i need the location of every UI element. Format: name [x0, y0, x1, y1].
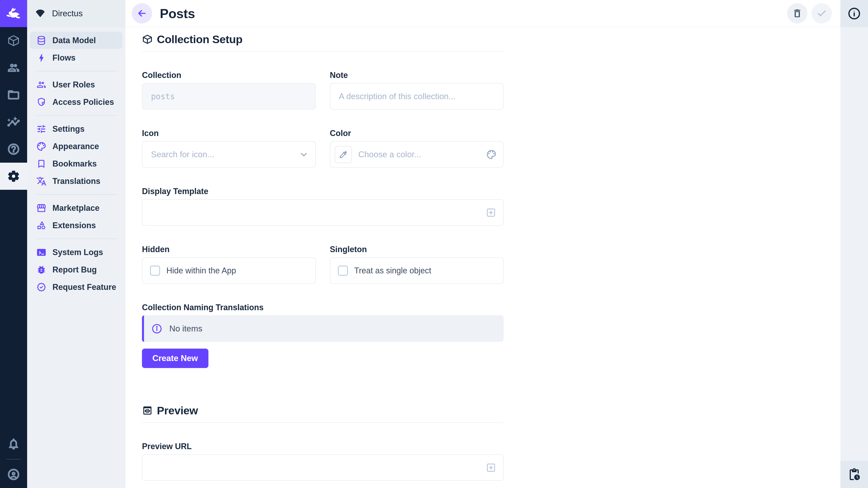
- page-title: Posts: [160, 6, 195, 21]
- database-icon: [36, 35, 46, 46]
- people-icon: [36, 79, 46, 90]
- nav-item-extensions[interactable]: Extensions: [30, 217, 122, 234]
- field-label-display-template: Display Template: [142, 187, 504, 196]
- section-divider: [142, 422, 504, 423]
- nav-list: Data Model Flows User Roles Access Polic…: [27, 27, 125, 296]
- field-label-preview-url: Preview URL: [142, 442, 504, 451]
- bell-icon: [7, 437, 20, 451]
- create-new-button[interactable]: Create New: [142, 349, 209, 368]
- add-field-icon[interactable]: [485, 462, 497, 474]
- field-label-collection: Collection: [142, 70, 316, 80]
- terminal-icon: [36, 247, 46, 258]
- project-name: Directus: [52, 9, 83, 18]
- palette-icon[interactable]: [486, 149, 497, 160]
- section-preview: Preview: [142, 404, 504, 417]
- icon-search-input[interactable]: [143, 142, 315, 167]
- bug-icon: [36, 265, 46, 275]
- trash-icon: [792, 8, 802, 19]
- revisions-icon: [847, 468, 861, 481]
- empty-state-text: No items: [169, 324, 202, 333]
- project-chooser[interactable]: Directus: [27, 0, 125, 27]
- feature-badge-icon: [36, 282, 46, 292]
- eyedropper-icon: [339, 150, 348, 159]
- nav-divider: [36, 71, 117, 71]
- section-title: Preview: [157, 404, 198, 417]
- nav-item-data-model[interactable]: Data Model: [30, 32, 122, 49]
- page-header: Posts: [125, 0, 840, 27]
- checkbox-label[interactable]: Hide within the App: [166, 266, 236, 275]
- main-area: Posts Collection Setup Collection: [125, 0, 840, 488]
- bookmark-icon: [36, 159, 46, 169]
- palette-icon: [36, 141, 46, 152]
- nav-item-marketplace[interactable]: Marketplace: [30, 199, 122, 217]
- section-title: Collection Setup: [157, 33, 243, 46]
- box-icon: [142, 34, 153, 45]
- color-field: [330, 141, 504, 168]
- nav-item-user-roles[interactable]: User Roles: [30, 76, 122, 93]
- module-help[interactable]: [0, 135, 27, 163]
- rabbit-logo-icon: [5, 5, 22, 22]
- directus-logo[interactable]: [0, 0, 27, 27]
- content-scroll-area[interactable]: Collection Setup Collection Note: [125, 27, 840, 488]
- color-swatch-button[interactable]: [335, 146, 352, 163]
- notifications-button[interactable]: [0, 430, 27, 457]
- folder-icon: [7, 88, 20, 101]
- singleton-field: Treat as single object: [330, 257, 504, 284]
- storefront-icon: [36, 203, 46, 213]
- info-icon: [847, 6, 861, 21]
- help-icon: [7, 142, 20, 156]
- color-input[interactable]: [352, 142, 503, 167]
- info-sidebar-button[interactable]: [840, 0, 868, 27]
- translations-empty-notice: No items: [142, 315, 504, 342]
- info-icon: [151, 323, 162, 334]
- right-sidebar: [840, 0, 868, 488]
- shield-user-icon: [36, 97, 46, 107]
- module-users[interactable]: [0, 54, 27, 81]
- box-icon: [7, 34, 20, 47]
- shapes-icon: [36, 220, 46, 231]
- project-logo-icon: [34, 8, 46, 20]
- check-icon: [816, 8, 827, 19]
- field-label-note: Note: [330, 70, 504, 80]
- field-label-icon: Icon: [142, 129, 316, 138]
- module-files[interactable]: [0, 81, 27, 108]
- insights-icon: [7, 116, 20, 129]
- collection-input[interactable]: [143, 84, 315, 109]
- note-input[interactable]: [330, 84, 503, 109]
- nav-item-appearance[interactable]: Appearance: [30, 138, 122, 155]
- display-template-input[interactable]: [143, 200, 503, 225]
- checkbox-label[interactable]: Treat as single object: [354, 266, 431, 275]
- chevron-down-icon[interactable]: [299, 149, 309, 160]
- preview-url-input[interactable]: [143, 455, 503, 480]
- save-button[interactable]: [811, 3, 832, 24]
- revisions-sidebar-button[interactable]: [840, 461, 868, 488]
- field-label-translations: Collection Naming Translations: [142, 303, 504, 312]
- add-field-icon[interactable]: [485, 207, 497, 219]
- section-collection-setup: Collection Setup: [142, 33, 504, 46]
- module-content[interactable]: [0, 27, 27, 54]
- people-icon: [7, 61, 20, 74]
- nav-item-access-policies[interactable]: Access Policies: [30, 93, 122, 111]
- nav-item-bookmarks[interactable]: Bookmarks: [30, 155, 122, 172]
- account-button[interactable]: [0, 461, 27, 488]
- icon-field: [142, 141, 316, 168]
- nav-divider: [36, 194, 117, 195]
- preview-url-field: [142, 454, 504, 481]
- delete-button[interactable]: [787, 3, 807, 24]
- nav-divider: [36, 115, 117, 116]
- module-insights[interactable]: [0, 108, 27, 135]
- hidden-checkbox[interactable]: [150, 266, 160, 275]
- preview-icon: [142, 405, 153, 416]
- nav-item-flows[interactable]: Flows: [30, 49, 122, 66]
- nav-item-settings[interactable]: Settings: [30, 120, 122, 138]
- bolt-icon: [36, 53, 46, 63]
- nav-item-request-feature[interactable]: Request Feature: [30, 278, 122, 296]
- nav-item-system-logs[interactable]: System Logs: [30, 243, 122, 261]
- arrow-left-icon: [136, 8, 147, 19]
- account-circle-icon: [7, 468, 20, 481]
- nav-item-translations[interactable]: Translations: [30, 172, 122, 190]
- module-settings[interactable]: [0, 163, 27, 190]
- back-button[interactable]: [132, 3, 152, 24]
- nav-item-report-bug[interactable]: Report Bug: [30, 261, 122, 278]
- singleton-checkbox[interactable]: [338, 266, 348, 275]
